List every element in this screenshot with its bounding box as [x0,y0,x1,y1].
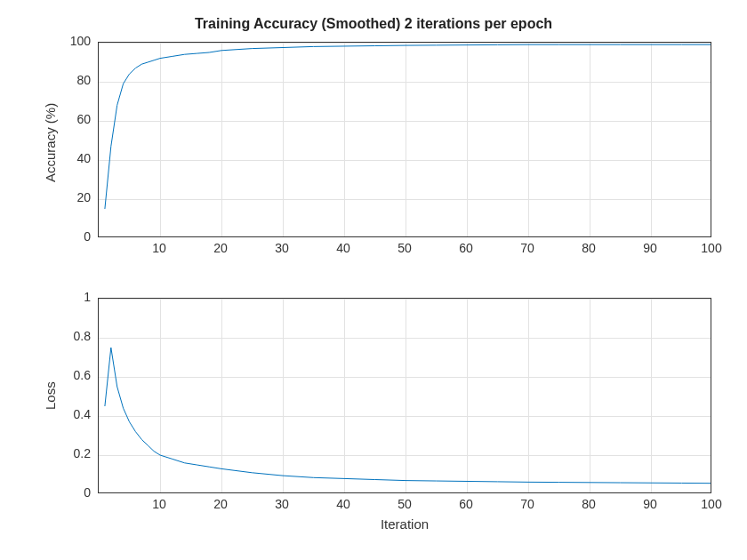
y-tick-label: 0.2 [46,446,91,460]
x-tick-label: 90 [632,497,668,511]
x-tick-label: 40 [325,241,361,255]
x-tick-label: 80 [571,241,606,255]
plot-area [98,298,711,493]
x-tick-label: 80 [571,497,606,511]
x-tick-label: 20 [203,241,238,255]
x-tick-label: 40 [325,497,361,511]
x-tick-label: 70 [510,497,545,511]
y-tick-label: 0 [46,485,91,500]
y-tick-label: 80 [46,73,91,87]
x-tick-label: 10 [141,497,177,511]
x-tick-label: 90 [632,241,668,255]
x-tick-label: 30 [264,497,300,511]
data-series [105,348,711,484]
plot-area [98,42,711,237]
y-axis-label: Loss [43,381,58,410]
x-tick-label: 20 [203,497,238,511]
chart-title: Training Accuracy (Smoothed) 2 iteration… [0,16,747,32]
x-tick-label: 50 [387,497,422,511]
y-tick-label: 0.8 [46,329,91,343]
x-axis-label: Iteration [98,516,711,532]
y-tick-label: 0.6 [46,368,91,382]
y-tick-label: 1 [46,290,91,304]
figure: Training Accuracy (Smoothed) 2 iteration… [0,0,747,560]
y-axis-label: Accuracy (%) [43,103,58,182]
x-tick-label: 30 [264,241,300,255]
x-tick-label: 60 [448,241,484,255]
x-tick-label: 50 [387,241,422,255]
y-tick-label: 0 [46,229,91,244]
axes-0: 102030405060708090100020406080100Accurac… [98,42,711,237]
y-tick-label: 100 [46,34,91,48]
data-series [105,44,711,209]
axes-1: 10203040506070809010000.20.40.60.81LossI… [98,298,711,493]
x-tick-label: 70 [510,241,545,255]
x-tick-label: 10 [141,241,177,255]
x-tick-label: 100 [694,241,729,255]
x-tick-label: 60 [448,497,484,511]
x-tick-label: 100 [694,497,729,511]
y-tick-label: 20 [46,190,91,204]
